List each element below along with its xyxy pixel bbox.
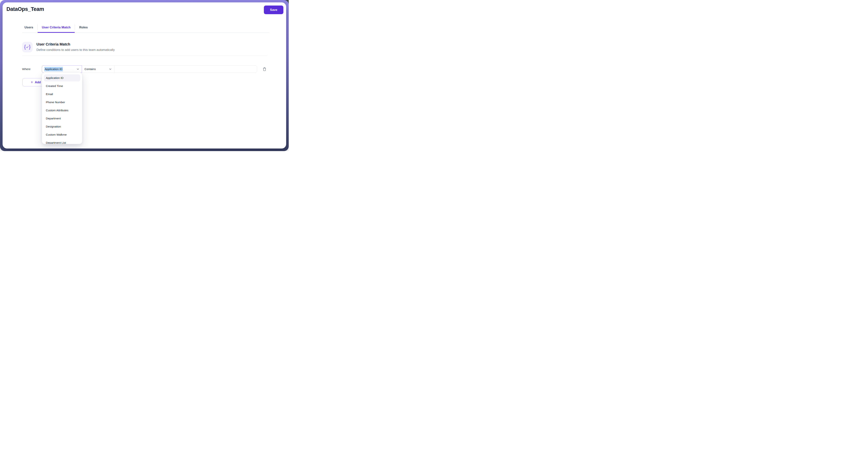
chevron-down-icon bbox=[109, 67, 112, 70]
criteria-value-input[interactable] bbox=[114, 65, 257, 73]
dropdown-item-custom-walkme[interactable]: Custom Walkme bbox=[44, 131, 80, 138]
team-settings-card: DataOps_Team Save UsersUser Criteria Mat… bbox=[3, 2, 286, 148]
plus-icon: + bbox=[31, 80, 33, 84]
check-glyph bbox=[26, 46, 29, 49]
section-subtitle: Define conditions to add users to this t… bbox=[36, 48, 115, 52]
save-button[interactable]: Save bbox=[264, 5, 283, 14]
operator-select[interactable]: Contains bbox=[82, 65, 115, 73]
section-title: User Criteria Match bbox=[36, 42, 115, 47]
page-title: DataOps_Team bbox=[6, 5, 44, 12]
gradient-frame: DataOps_Team Save UsersUser Criteria Mat… bbox=[0, 0, 289, 151]
trash-icon bbox=[262, 67, 267, 71]
dropdown-item-department-list[interactable]: Department List bbox=[44, 139, 80, 144]
section-header: { } User Criteria Match Define condition… bbox=[22, 42, 267, 56]
tab-user-criteria-match[interactable]: User Criteria Match bbox=[37, 24, 75, 32]
dropdown-item-email[interactable]: Email bbox=[44, 91, 80, 98]
tab-users[interactable]: Users bbox=[22, 24, 37, 32]
tab-bar: UsersUser Criteria MatchRoles bbox=[22, 24, 270, 33]
screen: DataOps_Team Save UsersUser Criteria Mat… bbox=[0, 0, 289, 151]
tab-roles[interactable]: Roles bbox=[75, 24, 92, 32]
dropdown-item-designation[interactable]: Designation bbox=[44, 123, 80, 130]
card-header: DataOps_Team Save bbox=[3, 2, 286, 14]
braces-check-icon: { } bbox=[22, 42, 33, 52]
where-label: Where bbox=[22, 67, 42, 71]
dropdown-item-created-time[interactable]: Created Time bbox=[44, 83, 80, 89]
field-select[interactable]: Application ID bbox=[42, 65, 82, 73]
delete-condition-button[interactable] bbox=[262, 66, 267, 72]
chevron-down-icon bbox=[76, 67, 80, 70]
operator-select-value: Contains bbox=[85, 67, 96, 71]
dropdown-item-application-id[interactable]: Application ID bbox=[44, 75, 80, 81]
dropdown-item-custom-attributes[interactable]: Custom Attributes bbox=[44, 107, 80, 114]
dropdown-item-department[interactable]: Department bbox=[44, 115, 80, 122]
field-select-value: Application ID bbox=[44, 67, 63, 71]
dropdown-item-phone-number[interactable]: Phone Number bbox=[44, 99, 80, 106]
field-dropdown-menu: Application IDCreated TimeEmailPhone Num… bbox=[42, 73, 82, 144]
criteria-row: Where Application ID Contains bbox=[22, 65, 267, 73]
